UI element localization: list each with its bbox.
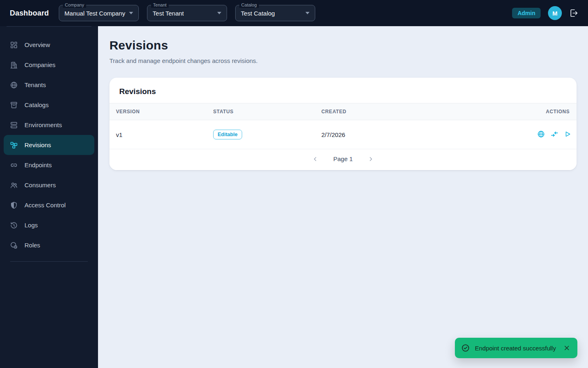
next-page-button[interactable]: [368, 156, 374, 162]
main-content: Revisions Track and manage endpoint chan…: [98, 26, 588, 368]
card-title: Revisions: [109, 78, 577, 103]
check-circle-icon: [461, 343, 470, 352]
history-icon: [10, 221, 18, 229]
logout-icon[interactable]: [569, 9, 578, 18]
link-icon: [10, 161, 18, 169]
previous-page-button[interactable]: [312, 156, 318, 162]
workflow-icon: [10, 141, 18, 149]
globe-icon[interactable]: [537, 130, 545, 138]
sidebar-bottom-divider: [10, 261, 88, 262]
table-header-row: VERSION STATUS CREATED ACTIONS: [109, 103, 577, 120]
sidebar-item-roles[interactable]: Roles: [4, 235, 94, 255]
sidebar-item-label: Consumers: [24, 182, 56, 188]
sidebar-item-label: Environments: [24, 121, 62, 128]
column-header-version: VERSION: [109, 103, 207, 120]
sidebar-item-environments[interactable]: Environments: [4, 115, 94, 135]
sidebar-item-label: Companies: [24, 61, 56, 68]
sidebar-item-label: Catalogs: [24, 101, 49, 108]
company-select[interactable]: Company Manual Test Company: [59, 5, 139, 21]
top-right-controls: Admin M: [512, 6, 588, 20]
swap-arrows-icon[interactable]: [550, 130, 559, 138]
avatar[interactable]: M: [548, 6, 562, 20]
actions-cell: [507, 120, 577, 149]
success-toast: Endpoint created successfully: [455, 338, 577, 358]
sidebar-item-label: Access Control: [24, 202, 66, 209]
sidebar-item-overview[interactable]: Overview: [4, 35, 94, 55]
role-badge: Admin: [512, 8, 541, 18]
users-icon: [10, 181, 18, 189]
close-icon[interactable]: [563, 344, 570, 352]
company-select-label: Company: [63, 2, 86, 8]
sidebar-item-label: Roles: [24, 242, 40, 249]
layout-grid-icon: [10, 41, 18, 49]
sidebar: Overview Companies Tenants: [0, 26, 98, 368]
tenant-select-value: Test Tenant: [153, 10, 184, 17]
catalog-select[interactable]: Catalog Test Catalog: [235, 5, 315, 21]
role-badge-icon: [10, 241, 18, 249]
play-icon[interactable]: [564, 130, 571, 138]
status-badge: Editable: [213, 130, 242, 139]
toast-message: Endpoint created successfully: [475, 345, 558, 352]
column-header-created: CREATED: [315, 103, 507, 120]
shield-icon: [10, 201, 18, 209]
sidebar-item-label: Endpoints: [24, 162, 52, 168]
tenant-select[interactable]: Tenant Test Tenant: [147, 5, 227, 21]
revisions-table: VERSION STATUS CREATED ACTIONS v1 Editab…: [109, 103, 577, 149]
sidebar-item-label: Revisions: [24, 141, 51, 148]
catalog-select-value: Test Catalog: [241, 10, 275, 17]
sidebar-item-label: Tenants: [24, 81, 46, 88]
app-title: Dashboard: [10, 9, 49, 18]
building-icon: [10, 61, 18, 69]
revisions-card: Revisions VERSION STATUS CREATED ACTIONS…: [109, 78, 577, 170]
company-select-value: Manual Test Company: [65, 10, 125, 17]
catalog-select-label: Catalog: [239, 2, 259, 8]
chevron-down-icon: [305, 12, 310, 14]
sidebar-item-access-control[interactable]: Access Control: [4, 195, 94, 215]
top-navbar: Dashboard Company Manual Test Company Te…: [0, 0, 588, 26]
chevron-down-icon: [217, 12, 221, 14]
archive-box-icon: [10, 101, 18, 109]
tenant-select-label: Tenant: [151, 2, 169, 8]
created-cell: 2/7/2026: [315, 120, 507, 149]
page-subtitle: Track and manage endpoint changes across…: [109, 57, 577, 64]
server-stack-icon: [10, 121, 18, 129]
sidebar-item-catalogs[interactable]: Catalogs: [4, 95, 94, 115]
page-indicator: Page 1: [333, 155, 353, 162]
table-row: v1 Editable 2/7/2026: [109, 120, 577, 149]
page-title: Revisions: [109, 38, 577, 52]
pagination: Page 1: [109, 149, 577, 170]
sidebar-item-consumers[interactable]: Consumers: [4, 175, 94, 195]
sidebar-item-label: Overview: [24, 41, 50, 48]
status-cell: Editable: [207, 120, 315, 149]
sidebar-item-revisions[interactable]: Revisions: [4, 135, 94, 155]
column-header-actions: ACTIONS: [507, 103, 577, 120]
column-header-status: STATUS: [207, 103, 315, 120]
sidebar-item-logs[interactable]: Logs: [4, 215, 94, 235]
sidebar-item-label: Logs: [24, 222, 38, 229]
context-selectors: Company Manual Test Company Tenant Test …: [59, 5, 315, 21]
globe-icon: [10, 81, 18, 89]
sidebar-item-tenants[interactable]: Tenants: [4, 75, 94, 95]
sidebar-item-companies[interactable]: Companies: [4, 55, 94, 75]
sidebar-item-endpoints[interactable]: Endpoints: [4, 155, 94, 175]
chevron-down-icon: [129, 12, 133, 14]
version-cell: v1: [109, 120, 207, 149]
